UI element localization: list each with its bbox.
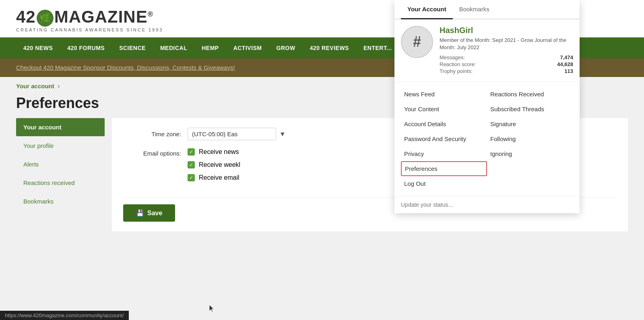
- menu-reactions-received[interactable]: Reactions Received: [487, 87, 573, 102]
- menu-signature[interactable]: Signature: [487, 116, 573, 131]
- email-options-label: Email options:: [123, 148, 188, 157]
- logo-leaf-icon: 🌿: [37, 10, 54, 27]
- nav-item-news[interactable]: 420 NEWS: [16, 37, 60, 58]
- email-option-2: ✓ Receive weekl: [188, 161, 240, 168]
- dropdown-tabs: Your Account Bookmarks: [394, 0, 580, 19]
- dropdown-overlay: Your Account Bookmarks # HashGirl Member…: [394, 0, 580, 213]
- breadcrumb-sep: ›: [58, 83, 60, 89]
- stat-messages-value: 7,474: [549, 54, 573, 60]
- timezone-dropdown-icon[interactable]: ▼: [279, 131, 286, 138]
- logo-area: 42🌿MAGAZINE® CREATING CANNABIS AWARENESS…: [16, 7, 163, 32]
- save-icon: 💾: [136, 209, 144, 217]
- nav-item-forums[interactable]: 420 FORUMS: [60, 37, 112, 58]
- nav-item-activism[interactable]: ACTIVISM: [226, 37, 269, 58]
- sidebar-item-reactions-received[interactable]: Reactions received: [16, 174, 105, 192]
- user-info: HashGirl Member of the Month: Sept 2021 …: [440, 26, 573, 75]
- menu-following[interactable]: Following: [487, 131, 573, 146]
- menu-password-security[interactable]: Password And Security: [401, 131, 487, 146]
- tab-bookmarks[interactable]: Bookmarks: [453, 0, 496, 19]
- promo-link[interactable]: Checkout 420 Magazine Sponsor Discounts,…: [16, 64, 235, 71]
- tab-your-account[interactable]: Your Account: [401, 0, 453, 19]
- save-button[interactable]: 💾 Save: [123, 204, 175, 222]
- menu-empty-2: [487, 176, 573, 191]
- menu-account-details[interactable]: Account Details: [401, 116, 487, 131]
- sidebar-item-bookmarks[interactable]: Bookmarks: [16, 192, 105, 210]
- email-option-1: ✓ Receive news: [188, 148, 240, 156]
- cursor: [209, 305, 215, 313]
- email-option-1-label: Receive news: [199, 148, 239, 156]
- sidebar-item-your-profile[interactable]: Your profile: [16, 137, 105, 155]
- status-input: [394, 196, 580, 213]
- checkbox-1[interactable]: ✓: [188, 148, 195, 156]
- logo[interactable]: 42🌿MAGAZINE®: [16, 7, 163, 27]
- menu-log-out[interactable]: Log Out: [401, 176, 487, 191]
- menu-subscribed-threads[interactable]: Subscribed Threads: [487, 102, 573, 116]
- sidebar-item-your-account[interactable]: Your account: [16, 118, 105, 136]
- nav-item-science[interactable]: SCIENCE: [112, 37, 153, 58]
- sidebar-item-alerts[interactable]: Alerts: [16, 155, 105, 173]
- stat-messages-label: Messages:: [440, 54, 465, 60]
- checkbox-2[interactable]: ✓: [188, 161, 195, 168]
- status-bar: https://www.420magazine.com/community/ac…: [0, 311, 129, 320]
- logo-text: 42🌿MAGAZINE®: [16, 7, 153, 26]
- stat-trophy: Trophy points: 113: [440, 68, 573, 74]
- user-stats: Messages: 7,474 Reaction score: 44,628 T…: [440, 54, 573, 74]
- nav-item-reviews[interactable]: 420 REVIEWS: [303, 37, 356, 58]
- stat-trophy-value: 113: [549, 68, 573, 74]
- timezone-value[interactable]: (UTC-05:00) Eas: [188, 128, 276, 140]
- timezone-label: Time zone:: [123, 131, 188, 137]
- stat-reaction-label: Reaction score:: [440, 61, 476, 67]
- menu-ignoring[interactable]: Ignoring: [487, 146, 573, 161]
- nav-item-hemp[interactable]: HEMP: [194, 37, 226, 58]
- nav-item-grow[interactable]: GROW: [269, 37, 303, 58]
- status-text-input[interactable]: [401, 202, 573, 208]
- status-url: https://www.420magazine.com/community/ac…: [5, 312, 124, 318]
- user-profile-section: # HashGirl Member of the Month: Sept 202…: [394, 19, 580, 82]
- menu-privacy[interactable]: Privacy: [401, 146, 487, 161]
- user-avatar: #: [401, 26, 433, 58]
- nav-item-medical[interactable]: MEDICAL: [153, 37, 194, 58]
- menu-your-content[interactable]: Your Content: [401, 102, 487, 116]
- dropdown-menu: News Feed Reactions Received Your Conten…: [394, 82, 580, 196]
- stat-reaction-score: Reaction score: 44,628: [440, 61, 573, 67]
- stat-messages: Messages: 7,474: [440, 54, 573, 60]
- save-label: Save: [147, 210, 162, 217]
- logo-reg: ®: [148, 10, 153, 18]
- sidebar: Your account Your profile Alerts Reactio…: [16, 118, 105, 231]
- menu-news-feed[interactable]: News Feed: [401, 87, 487, 102]
- email-option-3: ✓ Receive email: [188, 174, 240, 181]
- stat-reaction-value: 44,628: [549, 61, 573, 67]
- nav-item-entert[interactable]: ENTERT...: [356, 37, 399, 58]
- email-option-3-label: Receive email: [199, 174, 239, 181]
- checkbox-3[interactable]: ✓: [188, 174, 195, 181]
- menu-empty: [487, 161, 573, 176]
- stat-trophy-label: Trophy points:: [440, 68, 473, 74]
- user-name[interactable]: HashGirl: [440, 26, 573, 35]
- menu-preferences[interactable]: Preferences: [401, 161, 487, 176]
- email-option-2-label: Receive weekl: [199, 161, 240, 168]
- logo-tagline: CREATING CANNABIS AWARENESS SINCE 1993: [16, 27, 163, 32]
- user-subtitle: Member of the Month: Sept 2021 - Grow Jo…: [440, 37, 573, 51]
- email-options-block: ✓ Receive news ✓ Receive weekl ✓ Receive…: [188, 148, 240, 185]
- breadcrumb-parent[interactable]: Your account: [16, 83, 54, 89]
